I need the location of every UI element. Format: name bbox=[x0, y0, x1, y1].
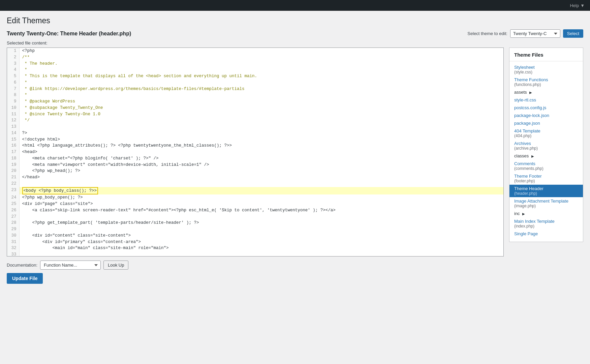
file-link[interactable]: Theme Functions bbox=[514, 77, 548, 82]
file-link[interactable]: package.json bbox=[514, 121, 540, 126]
sidebar-file-item[interactable]: Image Attachment Template(image.php) bbox=[509, 197, 583, 210]
code-editor[interactable]: 1<?php2/**3 * The header.4 *5 * This is … bbox=[7, 48, 504, 256]
line-code: <head> bbox=[19, 149, 503, 155]
folder-label: assets ▶ bbox=[514, 90, 532, 95]
sidebar-folder-item[interactable]: inc ▶ bbox=[509, 210, 583, 217]
line-code: <main id="main" class="site-main" role="… bbox=[19, 245, 503, 251]
file-link[interactable]: style-rtl.css bbox=[514, 97, 536, 102]
sidebar-file-item[interactable]: style-rtl.css bbox=[509, 96, 583, 104]
file-link[interactable]: package-lock.json bbox=[514, 113, 549, 118]
file-link[interactable]: 404 Template bbox=[514, 128, 540, 133]
line-number: 12 bbox=[7, 117, 19, 124]
sidebar-file-item[interactable]: 404 Template(404.php) bbox=[509, 127, 583, 140]
sidebar-file-item[interactable]: Main Index Template(index.php) bbox=[509, 217, 583, 230]
sidebar-file-list: Stylesheet(style.css)Theme Functions(fun… bbox=[509, 63, 583, 238]
line-code: ?> bbox=[19, 130, 503, 136]
selected-file-label: Selected file content: bbox=[7, 40, 583, 46]
line-number: 15 bbox=[7, 136, 19, 143]
line-code: <html <?php language_attributes(); ?> <?… bbox=[19, 143, 503, 149]
line-number: 1 bbox=[7, 48, 19, 54]
sidebar-file-item[interactable]: Theme Footer(footer.php) bbox=[509, 172, 583, 185]
line-number: 21 bbox=[7, 174, 19, 181]
line-code: <div id="page" class="site"> bbox=[19, 201, 503, 207]
line-code bbox=[19, 226, 503, 233]
line-number: 24 bbox=[7, 194, 19, 201]
line-number: 30 bbox=[7, 233, 19, 239]
line-number: 27 bbox=[7, 214, 19, 220]
line-number: 20 bbox=[7, 168, 19, 174]
line-number: 13 bbox=[7, 124, 19, 130]
folder-arrow-icon: ▶ bbox=[522, 212, 525, 216]
sidebar-folder-item[interactable]: assets ▶ bbox=[509, 88, 583, 96]
help-label: Help bbox=[570, 3, 579, 8]
sidebar-file-item[interactable]: Single Page bbox=[509, 230, 583, 238]
file-link[interactable]: Theme Header bbox=[514, 186, 544, 191]
line-number: 14 bbox=[7, 130, 19, 136]
file-link[interactable]: postcss.config.js bbox=[514, 105, 546, 110]
line-code: * bbox=[19, 67, 503, 73]
line-number: 5 bbox=[7, 73, 19, 80]
line-number: 28 bbox=[7, 220, 19, 226]
sidebar-file-item[interactable]: Theme Header(header.php) bbox=[509, 185, 583, 197]
line-number: 17 bbox=[7, 149, 19, 155]
sidebar-folder-item[interactable]: classes ▶ bbox=[509, 152, 583, 160]
sidebar-file-item[interactable]: Comments(comments.php) bbox=[509, 160, 583, 172]
file-link[interactable]: Stylesheet bbox=[514, 65, 535, 70]
file-sub-label: (footer.php) bbox=[514, 179, 578, 183]
code-table: 1<?php2/**3 * The header.4 *5 * This is … bbox=[7, 48, 503, 256]
line-code: * @link https://developer.wordpress.org/… bbox=[19, 86, 503, 92]
update-file-button[interactable]: Update File bbox=[7, 273, 43, 284]
folder-arrow-icon: ▶ bbox=[529, 91, 532, 94]
file-link[interactable]: Main Index Template bbox=[514, 219, 555, 224]
sidebar-file-item[interactable]: Archives(archive.php) bbox=[509, 140, 583, 152]
line-code bbox=[19, 181, 503, 187]
update-file-area: Update File bbox=[7, 270, 504, 284]
sidebar-file-item[interactable]: package-lock.json bbox=[509, 112, 583, 119]
file-sub-label: (comments.php) bbox=[514, 166, 578, 171]
sidebar-title: Theme Files bbox=[509, 52, 583, 61]
line-number: 33 bbox=[7, 251, 19, 256]
line-number: 11 bbox=[7, 111, 19, 118]
page-subheading: Twenty Twenty-One: Theme Header (header.… bbox=[7, 31, 131, 37]
file-link[interactable]: Archives bbox=[514, 141, 531, 146]
line-code: <?php wp_body_open(); ?> bbox=[19, 194, 503, 201]
line-number: 2 bbox=[7, 54, 19, 61]
file-link[interactable]: Comments bbox=[514, 161, 535, 166]
line-code: * bbox=[19, 80, 503, 86]
documentation-label: Documentation: bbox=[7, 263, 37, 268]
sidebar-file-item[interactable]: postcss.config.js bbox=[509, 104, 583, 112]
line-number: 25 bbox=[7, 201, 19, 207]
file-sub-label: (functions.php) bbox=[514, 82, 578, 87]
line-number: 7 bbox=[7, 86, 19, 92]
line-code: <?php wp_head(); ?> bbox=[19, 168, 503, 174]
file-link[interactable]: Theme Footer bbox=[514, 174, 542, 179]
line-number: 8 bbox=[7, 92, 19, 98]
top-bar: Help ▼ bbox=[0, 0, 590, 11]
line-number: 16 bbox=[7, 143, 19, 149]
line-code: * @package WordPress bbox=[19, 98, 503, 105]
file-sub-label: (style.css) bbox=[514, 70, 578, 74]
line-code: <body <?php body_class(); ?>> bbox=[19, 187, 503, 195]
sidebar-file-item[interactable]: package.json bbox=[509, 119, 583, 127]
line-number: 32 bbox=[7, 245, 19, 251]
line-code: <meta charset="<?php bloginfo( 'charset'… bbox=[19, 155, 503, 162]
file-link[interactable]: Image Attachment Template bbox=[514, 199, 568, 204]
line-code: </head> bbox=[19, 174, 503, 181]
subheading-row: Twenty Twenty-One: Theme Header (header.… bbox=[7, 29, 583, 38]
theme-select[interactable]: Twenty Twenty-C Twenty Twenty-One Twenty… bbox=[510, 29, 560, 38]
file-link[interactable]: Single Page bbox=[514, 231, 538, 236]
lookup-button[interactable]: Look Up bbox=[103, 261, 128, 270]
function-name-select[interactable]: Function Name... bbox=[40, 261, 101, 270]
help-menu[interactable]: Help ▼ bbox=[570, 3, 585, 8]
sidebar-file-item[interactable]: Theme Functions(functions.php) bbox=[509, 76, 583, 88]
editor-area: 1<?php2/**3 * The header.4 *5 * This is … bbox=[7, 48, 504, 284]
page-wrap: Edit Themes Twenty Twenty-One: Theme Hea… bbox=[0, 11, 590, 289]
line-code: * @since Twenty Twenty-One 1.0 bbox=[19, 111, 503, 118]
select-button[interactable]: Select bbox=[563, 29, 583, 38]
line-code: */ bbox=[19, 117, 503, 124]
line-code: <div id="content" class="site-content"> bbox=[19, 233, 503, 239]
line-code: <div id="primary" class="content-area"> bbox=[19, 239, 503, 245]
sidebar-file-item[interactable]: Stylesheet(style.css) bbox=[509, 63, 583, 76]
line-code: * The header. bbox=[19, 61, 503, 67]
line-code: * bbox=[19, 92, 503, 98]
